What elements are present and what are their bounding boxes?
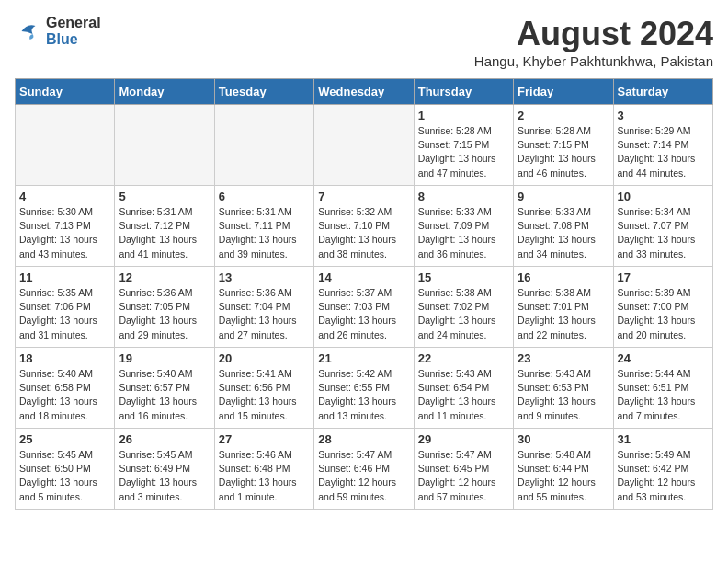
day-info: Sunrise: 5:38 AM Sunset: 7:02 PM Dayligh… — [418, 286, 509, 342]
day-info: Sunrise: 5:30 AM Sunset: 7:13 PM Dayligh… — [19, 205, 110, 261]
calendar-cell: 21Sunrise: 5:42 AM Sunset: 6:55 PM Dayli… — [314, 348, 414, 429]
week-row-2: 4Sunrise: 5:30 AM Sunset: 7:13 PM Daylig… — [16, 186, 713, 267]
calendar-cell: 18Sunrise: 5:40 AM Sunset: 6:58 PM Dayli… — [16, 348, 115, 429]
calendar-cell: 2Sunrise: 5:28 AM Sunset: 7:15 PM Daylig… — [514, 105, 613, 186]
day-info: Sunrise: 5:46 AM Sunset: 6:48 PM Dayligh… — [219, 448, 310, 504]
day-info: Sunrise: 5:36 AM Sunset: 7:04 PM Dayligh… — [219, 286, 310, 342]
calendar-cell: 30Sunrise: 5:48 AM Sunset: 6:44 PM Dayli… — [514, 429, 613, 510]
day-info: Sunrise: 5:42 AM Sunset: 6:55 PM Dayligh… — [318, 367, 409, 423]
day-number: 15 — [418, 270, 509, 284]
day-info: Sunrise: 5:28 AM Sunset: 7:15 PM Dayligh… — [518, 124, 609, 180]
calendar-cell: 17Sunrise: 5:39 AM Sunset: 7:00 PM Dayli… — [613, 267, 712, 348]
day-info: Sunrise: 5:39 AM Sunset: 7:00 PM Dayligh… — [618, 286, 709, 342]
day-number: 12 — [119, 270, 210, 284]
calendar-cell: 27Sunrise: 5:46 AM Sunset: 6:48 PM Dayli… — [214, 429, 313, 510]
calendar-cell: 11Sunrise: 5:35 AM Sunset: 7:06 PM Dayli… — [16, 267, 115, 348]
calendar-cell: 10Sunrise: 5:34 AM Sunset: 7:07 PM Dayli… — [613, 186, 712, 267]
day-number: 16 — [518, 270, 609, 284]
day-info: Sunrise: 5:47 AM Sunset: 6:46 PM Dayligh… — [318, 448, 409, 504]
calendar-cell: 7Sunrise: 5:32 AM Sunset: 7:10 PM Daylig… — [314, 186, 414, 267]
day-info: Sunrise: 5:47 AM Sunset: 6:45 PM Dayligh… — [418, 448, 509, 504]
day-info: Sunrise: 5:35 AM Sunset: 7:06 PM Dayligh… — [19, 286, 110, 342]
logo-icon — [15, 17, 42, 45]
col-header-friday: Friday — [514, 79, 613, 105]
day-number: 24 — [618, 351, 709, 365]
calendar-cell: 14Sunrise: 5:37 AM Sunset: 7:03 PM Dayli… — [314, 267, 414, 348]
week-row-1: 1Sunrise: 5:28 AM Sunset: 7:15 PM Daylig… — [16, 105, 713, 186]
day-number: 23 — [518, 351, 609, 365]
week-row-4: 18Sunrise: 5:40 AM Sunset: 6:58 PM Dayli… — [16, 348, 713, 429]
calendar-cell: 22Sunrise: 5:43 AM Sunset: 6:54 PM Dayli… — [414, 348, 513, 429]
calendar-cell — [314, 105, 414, 186]
calendar-cell: 13Sunrise: 5:36 AM Sunset: 7:04 PM Dayli… — [214, 267, 313, 348]
col-header-saturday: Saturday — [613, 79, 712, 105]
location: Hangu, Khyber Pakhtunkhwa, Pakistan — [474, 53, 713, 69]
header-row: SundayMondayTuesdayWednesdayThursdayFrid… — [16, 79, 713, 105]
calendar-cell: 28Sunrise: 5:47 AM Sunset: 6:46 PM Dayli… — [314, 429, 414, 510]
day-number: 31 — [618, 432, 709, 446]
day-info: Sunrise: 5:43 AM Sunset: 6:54 PM Dayligh… — [418, 367, 509, 423]
day-number: 27 — [219, 432, 310, 446]
day-info: Sunrise: 5:37 AM Sunset: 7:03 PM Dayligh… — [318, 286, 409, 342]
calendar-cell — [16, 105, 115, 186]
day-info: Sunrise: 5:33 AM Sunset: 7:08 PM Dayligh… — [518, 205, 609, 261]
day-number: 13 — [219, 270, 310, 284]
col-header-sunday: Sunday — [16, 79, 115, 105]
day-number: 1 — [418, 109, 509, 122]
day-number: 14 — [318, 270, 409, 284]
day-info: Sunrise: 5:45 AM Sunset: 6:50 PM Dayligh… — [19, 448, 110, 504]
calendar-cell: 15Sunrise: 5:38 AM Sunset: 7:02 PM Dayli… — [414, 267, 513, 348]
calendar-cell: 6Sunrise: 5:31 AM Sunset: 7:11 PM Daylig… — [214, 186, 313, 267]
day-number: 6 — [219, 190, 310, 203]
day-info: Sunrise: 5:44 AM Sunset: 6:51 PM Dayligh… — [618, 367, 709, 423]
day-info: Sunrise: 5:40 AM Sunset: 6:58 PM Dayligh… — [19, 367, 110, 423]
calendar-cell: 24Sunrise: 5:44 AM Sunset: 6:51 PM Dayli… — [613, 348, 712, 429]
day-number: 21 — [318, 351, 409, 365]
day-number: 4 — [19, 190, 110, 203]
day-info: Sunrise: 5:34 AM Sunset: 7:07 PM Dayligh… — [618, 205, 709, 261]
calendar-cell: 1Sunrise: 5:28 AM Sunset: 7:15 PM Daylig… — [414, 105, 513, 186]
day-info: Sunrise: 5:32 AM Sunset: 7:10 PM Dayligh… — [318, 205, 409, 261]
calendar-cell — [115, 105, 214, 186]
day-number: 2 — [518, 109, 609, 122]
day-info: Sunrise: 5:33 AM Sunset: 7:09 PM Dayligh… — [418, 205, 509, 261]
week-row-3: 11Sunrise: 5:35 AM Sunset: 7:06 PM Dayli… — [16, 267, 713, 348]
day-number: 10 — [618, 190, 709, 203]
month-title: August 2024 — [474, 15, 713, 53]
logo: General Blue — [15, 15, 101, 48]
calendar-cell: 25Sunrise: 5:45 AM Sunset: 6:50 PM Dayli… — [16, 429, 115, 510]
day-number: 20 — [219, 351, 310, 365]
day-number: 28 — [318, 432, 409, 446]
day-number: 3 — [618, 109, 709, 122]
title-block: August 2024 Hangu, Khyber Pakhtunkhwa, P… — [474, 15, 713, 69]
col-header-monday: Monday — [115, 79, 214, 105]
day-info: Sunrise: 5:40 AM Sunset: 6:57 PM Dayligh… — [119, 367, 210, 423]
calendar-table: SundayMondayTuesdayWednesdayThursdayFrid… — [15, 78, 713, 510]
day-number: 8 — [418, 190, 509, 203]
day-info: Sunrise: 5:29 AM Sunset: 7:14 PM Dayligh… — [618, 124, 709, 180]
day-number: 25 — [19, 432, 110, 446]
day-number: 5 — [119, 190, 210, 203]
day-number: 26 — [119, 432, 210, 446]
day-number: 18 — [19, 351, 110, 365]
calendar-cell: 9Sunrise: 5:33 AM Sunset: 7:08 PM Daylig… — [514, 186, 613, 267]
calendar-cell: 20Sunrise: 5:41 AM Sunset: 6:56 PM Dayli… — [214, 348, 313, 429]
day-info: Sunrise: 5:49 AM Sunset: 6:42 PM Dayligh… — [618, 448, 709, 504]
day-info: Sunrise: 5:45 AM Sunset: 6:49 PM Dayligh… — [119, 448, 210, 504]
calendar-cell: 23Sunrise: 5:43 AM Sunset: 6:53 PM Dayli… — [514, 348, 613, 429]
calendar-cell: 4Sunrise: 5:30 AM Sunset: 7:13 PM Daylig… — [16, 186, 115, 267]
calendar-cell: 5Sunrise: 5:31 AM Sunset: 7:12 PM Daylig… — [115, 186, 214, 267]
week-row-5: 25Sunrise: 5:45 AM Sunset: 6:50 PM Dayli… — [16, 429, 713, 510]
day-number: 29 — [418, 432, 509, 446]
day-number: 7 — [318, 190, 409, 203]
col-header-tuesday: Tuesday — [214, 79, 313, 105]
day-info: Sunrise: 5:31 AM Sunset: 7:11 PM Dayligh… — [219, 205, 310, 261]
calendar-cell: 26Sunrise: 5:45 AM Sunset: 6:49 PM Dayli… — [115, 429, 214, 510]
page-header: General Blue August 2024 Hangu, Khyber P… — [15, 15, 713, 69]
day-info: Sunrise: 5:43 AM Sunset: 6:53 PM Dayligh… — [518, 367, 609, 423]
day-info: Sunrise: 5:31 AM Sunset: 7:12 PM Dayligh… — [119, 205, 210, 261]
calendar-cell — [214, 105, 313, 186]
day-info: Sunrise: 5:28 AM Sunset: 7:15 PM Dayligh… — [418, 124, 509, 180]
day-number: 19 — [119, 351, 210, 365]
col-header-wednesday: Wednesday — [314, 79, 414, 105]
